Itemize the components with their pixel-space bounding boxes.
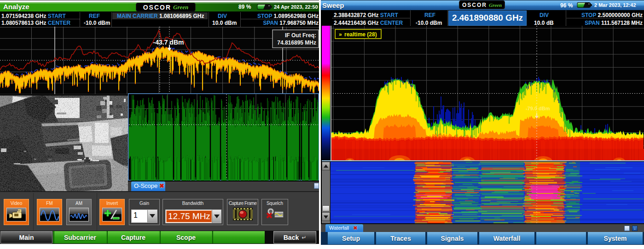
svg-text:-79.0 dBm: -79.0 dBm bbox=[526, 106, 550, 111]
svg-text:74.816895 MHz: 74.816895 MHz bbox=[277, 40, 316, 46]
svg-text:-43.7 dBm: -43.7 dBm bbox=[153, 39, 184, 46]
svg-text:IF Out Freq:: IF Out Freq: bbox=[285, 32, 316, 39]
svg-text:realtime (28): realtime (28) bbox=[344, 31, 377, 38]
svg-text:»: » bbox=[339, 31, 342, 38]
